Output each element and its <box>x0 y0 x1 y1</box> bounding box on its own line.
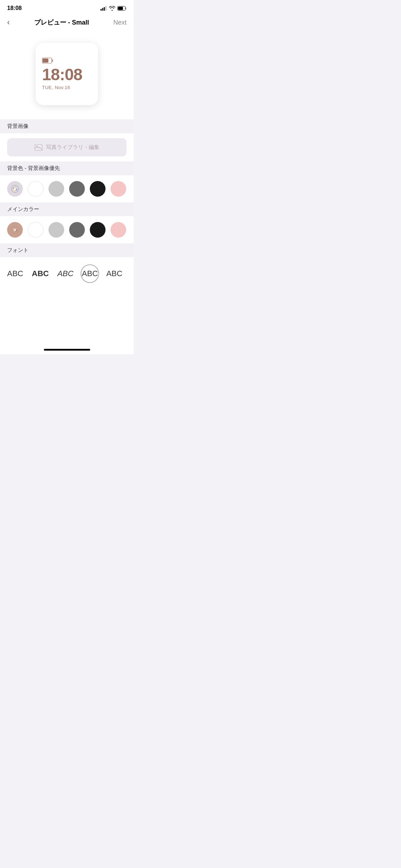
svg-point-17 <box>14 188 16 190</box>
widget-battery-icon <box>42 58 53 63</box>
svg-point-23 <box>14 229 16 231</box>
palette-icon <box>11 185 19 193</box>
font-item-italic[interactable]: ABC <box>56 268 75 280</box>
font-picker-area: ABC ABC ABC ABC ABC ABC ABC <box>0 257 134 290</box>
font-item-light[interactable]: ABC <box>105 268 124 280</box>
bg-image-button[interactable]: 写真ライブラリ・編集 <box>7 138 127 156</box>
main-color-row <box>7 222 127 238</box>
status-icons <box>101 6 127 11</box>
font-item-thin[interactable]: ABC <box>6 268 25 280</box>
bg-color-row <box>7 181 127 197</box>
bg-color-white[interactable] <box>28 181 43 197</box>
svg-rect-1 <box>102 8 103 11</box>
main-color-pink-light[interactable] <box>110 222 126 238</box>
font-label-thin: ABC <box>7 269 23 278</box>
section-main-color-header: メインカラー <box>0 202 134 216</box>
main-color-picker <box>0 216 134 243</box>
battery-status-icon <box>117 6 127 11</box>
font-label-light: ABC <box>106 269 122 278</box>
bg-image-label: 写真ライブラリ・編集 <box>46 144 99 151</box>
main-color-dark-gray[interactable] <box>69 222 85 238</box>
nav-title: プレビュー - Small <box>34 18 89 27</box>
main-color-black[interactable] <box>90 222 106 238</box>
palette-icon-main <box>11 226 19 234</box>
back-button[interactable]: ‹ <box>7 18 10 27</box>
wifi-icon <box>109 6 115 11</box>
widget-card: 18:08 TUE, Nov.16 <box>36 43 98 105</box>
spacer <box>0 290 134 326</box>
font-label-bold: ABC <box>32 269 49 278</box>
font-item-bold[interactable]: ABC <box>30 268 50 280</box>
home-indicator-area <box>0 326 134 354</box>
bg-color-palette-button[interactable] <box>7 181 23 197</box>
section-bg-image-header: 背景画像 <box>0 119 134 133</box>
next-button[interactable]: Next <box>113 19 127 26</box>
bg-color-light-gray[interactable] <box>48 181 64 197</box>
svg-rect-8 <box>52 59 53 62</box>
svg-rect-3 <box>106 6 107 11</box>
section-bg-color-header: 背景色 - 背景画像優先 <box>0 161 134 175</box>
svg-rect-6 <box>118 7 123 10</box>
home-indicator <box>44 349 90 351</box>
svg-rect-2 <box>104 7 105 11</box>
signal-icon <box>101 6 107 11</box>
svg-rect-5 <box>125 7 127 9</box>
bg-color-dark-gray[interactable] <box>69 181 85 197</box>
bg-color-black[interactable] <box>90 181 106 197</box>
font-item-selected[interactable]: ABC <box>81 264 99 283</box>
preview-area: 18:08 TUE, Nov.16 <box>0 32 134 119</box>
widget-date: TUE, Nov.16 <box>42 85 70 90</box>
bg-color-picker <box>0 175 134 202</box>
main-color-palette-button[interactable] <box>7 222 23 238</box>
bg-image-area: 写真ライブラリ・編集 <box>0 133 134 161</box>
main-color-white[interactable] <box>28 222 43 238</box>
bg-color-pink-light[interactable] <box>110 181 126 197</box>
status-bar: 18:08 <box>0 0 134 14</box>
font-row: ABC ABC ABC ABC ABC ABC ABC <box>6 264 128 283</box>
font-label-selected: ABC <box>82 269 98 278</box>
main-color-light-gray[interactable] <box>48 222 64 238</box>
widget-battery <box>42 58 53 63</box>
status-time: 18:08 <box>7 5 22 11</box>
section-font-header: フォント <box>0 243 134 257</box>
svg-rect-0 <box>101 9 102 11</box>
nav-bar: ‹ プレビュー - Small Next <box>0 14 134 32</box>
svg-rect-9 <box>43 58 48 63</box>
widget-time: 18:08 <box>42 66 82 83</box>
image-icon <box>35 144 42 151</box>
font-label-italic: ABC <box>57 269 73 278</box>
